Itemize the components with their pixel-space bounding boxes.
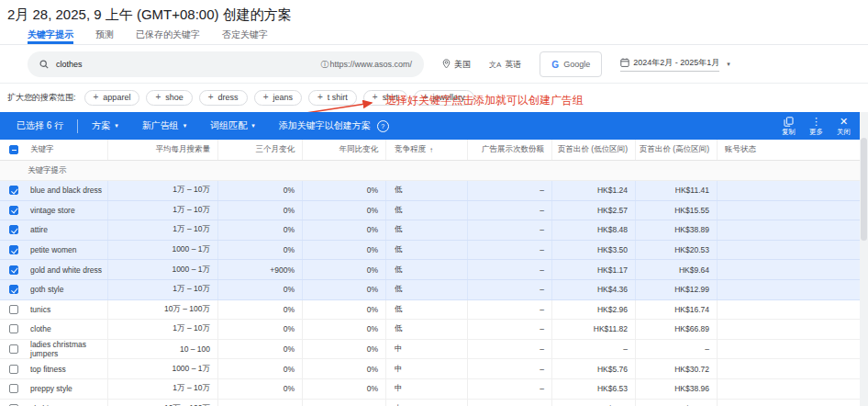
- more-label: 更多: [809, 129, 823, 136]
- row-checkbox[interactable]: [9, 186, 18, 195]
- keyword-cell: blue and black dress: [28, 181, 108, 200]
- row-checkbox[interactable]: [9, 245, 18, 254]
- avg-searches-cell: 1万 – 10万: [108, 280, 218, 299]
- row-checkbox[interactable]: [9, 365, 18, 374]
- keyword-search-bar[interactable]: clothes ⓘ https://www.asos.com/: [28, 51, 424, 77]
- row-checkbox[interactable]: [9, 265, 18, 275]
- suggestion-chip-apparel[interactable]: +apparel: [84, 90, 140, 106]
- avg-searches-cell: 10万 – 100万: [108, 400, 218, 406]
- date-range-selector[interactable]: 2024年2月 - 2025年1月 ▾: [620, 57, 730, 72]
- table-row[interactable]: tunics10万 – 100万0%0%低–HK$2.96HK$16.74: [0, 300, 860, 321]
- keyword-cell: preppy style: [28, 379, 108, 399]
- table-row[interactable]: preppy style1万 – 10万0%0%中–HK$6.53HK$38.9…: [0, 379, 860, 400]
- table-row[interactable]: attire1万 – 10万0%0%低–HK$8.48HK$38.89: [0, 220, 860, 241]
- avg-searches-cell: 10万 – 100万: [108, 300, 218, 320]
- row-checkbox[interactable]: [9, 344, 18, 354]
- location-filter[interactable]: 美国: [442, 59, 471, 71]
- account-status-cell: [718, 300, 860, 320]
- avg-searches-cell: 1万 – 10万: [108, 220, 218, 240]
- plus-icon: +: [373, 93, 378, 102]
- bid-high-cell: HK$66.89: [636, 320, 718, 339]
- col-header-keyword[interactable]: 关键字: [28, 140, 108, 160]
- suggestion-chip-jeans[interactable]: +jeans: [254, 90, 302, 106]
- col-header-avg-searches[interactable]: 平均每月搜索量: [108, 140, 218, 160]
- table-row[interactable]: top fitness1000 – 1万0%0%中–HK$5.76HK$30.7…: [0, 359, 860, 379]
- translate-icon: 文A: [489, 60, 501, 70]
- language-filter[interactable]: 文A 英语: [489, 59, 521, 71]
- select-all-checkbox[interactable]: [9, 145, 18, 154]
- keyword-input[interactable]: clothes: [56, 60, 83, 69]
- calendar-icon: [620, 58, 629, 69]
- toolbar-dropdown-1[interactable]: 新广告组▾: [142, 119, 187, 132]
- yoy-change-cell: 0%: [303, 379, 386, 399]
- suggestion-chip-dress[interactable]: +dress: [199, 90, 248, 106]
- bid-high-cell: HK$12.99: [636, 280, 718, 299]
- keyword-cell: ladies christmas jumpers: [28, 340, 108, 359]
- competition-cell: 低: [386, 181, 468, 200]
- scrollbar-thumb[interactable]: [861, 138, 867, 241]
- table-row[interactable]: blue and black dress1万 – 10万0%0%低–HK$1.2…: [0, 181, 860, 201]
- date-range-inner: 2024年2月 - 2025年1月: [620, 57, 719, 72]
- bid-high-cell: HK$30.72: [636, 359, 718, 378]
- site-filter[interactable]: ⓘ https://www.asos.com/: [320, 59, 412, 71]
- row-checkbox-cell: [0, 241, 28, 260]
- col-header-competition[interactable]: 竞争程度 ↑: [386, 140, 468, 160]
- row-checkbox-cell: [0, 280, 28, 299]
- scrollbar[interactable]: [860, 112, 868, 406]
- table-row[interactable]: gold and white dress1000 – 1万+900%0%低–HK…: [0, 260, 860, 280]
- tab-0[interactable]: 关键字提示: [28, 28, 73, 44]
- three-month-change-cell: +900%: [218, 260, 303, 279]
- account-status-cell: [718, 241, 860, 260]
- suggestion-chip-shoe[interactable]: +shoe: [146, 90, 192, 106]
- plus-icon: +: [208, 93, 214, 102]
- tab-3[interactable]: 否定关键字: [222, 28, 268, 44]
- col-header-three-month-change[interactable]: 三个月变化: [218, 140, 303, 160]
- competition-cell: 低: [386, 220, 468, 240]
- toolbar-dropdown-0[interactable]: 方案▾: [92, 119, 118, 132]
- bid-low-cell: HK$1.24: [552, 181, 636, 200]
- add-keywords-button[interactable]: 添加关键字以创建方案: [279, 119, 371, 132]
- row-checkbox[interactable]: [9, 324, 18, 333]
- row-checkbox[interactable]: [9, 305, 18, 314]
- keyword-cell: vintage store: [28, 201, 108, 220]
- table-row[interactable]: clothing stores10万 – 100万0%0%中–HK$7.86HK…: [0, 400, 860, 406]
- dropdown-label: 词组匹配: [210, 119, 247, 132]
- bid-high-cell: HK$15.55: [636, 201, 718, 220]
- bid-low-cell: HK$11.82: [552, 320, 636, 339]
- table-row[interactable]: petite women1000 – 1万0%0%低–HK$3.50HK$20.…: [0, 241, 860, 261]
- table-row[interactable]: clothe1万 – 10万0%0%低–HK$11.82HK$66.89: [0, 320, 860, 340]
- competition-cell: 中: [386, 379, 468, 399]
- competition-cell: 中: [386, 340, 468, 359]
- broaden-label: 扩大您的搜索范围:: [7, 92, 76, 104]
- toolbar-dropdown-2[interactable]: 词组匹配▾: [210, 119, 255, 132]
- row-checkbox[interactable]: [9, 225, 18, 234]
- col-header-bid-high[interactable]: 页首出价 (高位区间): [636, 140, 718, 160]
- help-icon[interactable]: ?: [377, 120, 389, 132]
- col-header-account-status[interactable]: 账号状态: [718, 140, 860, 160]
- network-selector[interactable]: G Google: [540, 51, 602, 77]
- impression-share-cell: –: [468, 280, 552, 299]
- yoy-change-cell: 0%: [303, 181, 386, 200]
- copy-label: 复制: [782, 129, 796, 136]
- tab-1[interactable]: 预测: [95, 28, 114, 44]
- row-checkbox[interactable]: [9, 384, 18, 393]
- copy-button[interactable]: 复制: [782, 117, 796, 136]
- table-row[interactable]: ladies christmas jumpers10 – 1000%0%中–––: [0, 340, 860, 360]
- competition-cell: 低: [386, 280, 468, 299]
- keyword-cell: clothing stores: [28, 400, 108, 406]
- suggestion-chip-t-shirt[interactable]: +t shirt: [308, 90, 357, 106]
- tab-2[interactable]: 已保存的关键字: [136, 28, 200, 44]
- table-row[interactable]: vintage store1万 – 10万0%0%低–HK$2.57HK$15.…: [0, 201, 860, 221]
- col-header-yoy-change[interactable]: 年同比变化: [303, 140, 386, 160]
- more-button[interactable]: ⋮ 更多: [809, 117, 823, 136]
- row-checkbox[interactable]: [9, 285, 18, 294]
- close-button[interactable]: ✕ 关闭: [837, 117, 851, 136]
- table-row[interactable]: goth style1万 – 10万0%0%低–HK$4.36HK$12.99: [0, 280, 860, 300]
- location-pin-icon: [442, 59, 451, 71]
- col-header-bid-low[interactable]: 页首出价 (低位区间): [552, 140, 636, 160]
- account-status-cell: [718, 320, 860, 339]
- row-checkbox[interactable]: [9, 206, 18, 215]
- col-header-impression-share[interactable]: 广告展示次数份额: [468, 140, 552, 160]
- yoy-change-cell: 0%: [303, 359, 386, 378]
- bid-low-cell: HK$1.17: [552, 260, 636, 279]
